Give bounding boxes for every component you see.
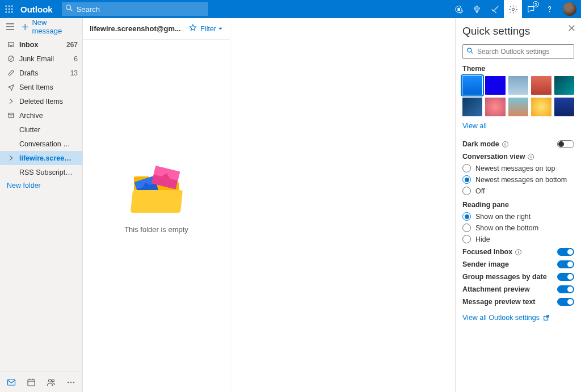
- empty-state-text: This folder is empty: [124, 225, 188, 234]
- people-module-button[interactable]: [44, 374, 59, 390]
- draft-icon: [7, 69, 15, 77]
- theme-swatch[interactable]: [554, 76, 574, 95]
- dark-mode-toggle[interactable]: [557, 140, 574, 148]
- setting-toggle[interactable]: [557, 248, 574, 256]
- svg-text:S: S: [457, 7, 460, 12]
- folder-item[interactable]: Junk Email6: [0, 52, 82, 66]
- header-bar: Outlook S 5: [0, 0, 581, 18]
- toggle-label: Sender image: [462, 260, 509, 268]
- setting-toggle[interactable]: [557, 273, 574, 281]
- folder-item[interactable]: Drafts13: [0, 66, 82, 80]
- chevron-down-icon: [218, 26, 223, 31]
- info-icon[interactable]: i: [515, 249, 521, 255]
- folder-item[interactable]: Deleted Items: [0, 94, 82, 108]
- folder-item[interactable]: lifewire.screensho...: [0, 151, 82, 165]
- reading-pane-label: Reading pane: [462, 201, 574, 209]
- calendar-module-button[interactable]: [23, 374, 39, 390]
- todo-button[interactable]: [486, 0, 504, 18]
- theme-swatch[interactable]: [485, 76, 505, 95]
- folder-label: Conversation Hist...: [19, 140, 73, 148]
- folder-label: Inbox: [19, 41, 62, 49]
- theme-swatch[interactable]: [554, 98, 574, 116]
- reading-pane-option[interactable]: Show on the right: [462, 212, 574, 221]
- svg-line-20: [9, 57, 13, 61]
- close-panel-button[interactable]: [568, 24, 575, 34]
- radio-label: Hide: [475, 235, 490, 243]
- junk-icon: [7, 55, 15, 62]
- popout-icon: [543, 314, 550, 321]
- account-avatar[interactable]: [563, 2, 576, 16]
- theme-swatch[interactable]: [531, 98, 551, 116]
- folder-title: lifewire.screenshot@gm...: [90, 24, 186, 33]
- premium-button[interactable]: [468, 0, 486, 18]
- svg-point-30: [70, 381, 71, 382]
- folder-item[interactable]: New folder: [0, 182, 45, 196]
- sent-icon: [7, 83, 15, 91]
- empty-state: This folder is empty: [83, 40, 230, 392]
- svg-point-34: [468, 48, 471, 52]
- conversation-view-label: Conversation view: [462, 153, 525, 161]
- svg-point-1: [9, 6, 10, 7]
- radio-icon: [462, 235, 471, 243]
- quick-settings-panel: Quick settings Theme View all Dark modei…: [455, 18, 581, 392]
- hamburger-button[interactable]: [6, 22, 15, 31]
- message-list-header: lifewire.screenshot@gm... Filter: [83, 18, 230, 40]
- theme-swatch[interactable]: [508, 98, 528, 116]
- setting-toggle[interactable]: [557, 298, 574, 306]
- toggle-label: Message preview text: [462, 298, 536, 306]
- svg-point-7: [9, 11, 10, 12]
- search-bar: [62, 2, 208, 16]
- view-all-settings-link[interactable]: View all Outlook settings: [462, 314, 540, 322]
- folder-item[interactable]: RSS Subscriptions: [0, 165, 82, 179]
- folder-item[interactable]: Archive: [0, 108, 82, 123]
- svg-point-0: [6, 6, 7, 7]
- setting-toggle[interactable]: [557, 285, 574, 293]
- folder-item[interactable]: Sent Items: [0, 80, 82, 94]
- setting-toggle[interactable]: [557, 260, 574, 268]
- theme-swatch[interactable]: [462, 98, 482, 116]
- conversation-view-option[interactable]: Newest messages on bottom: [462, 175, 574, 184]
- more-modules-button[interactable]: [64, 374, 79, 390]
- conversation-view-option[interactable]: Off: [462, 187, 574, 195]
- radio-label: Newest messages on bottom: [475, 176, 567, 184]
- brand-label: Outlook: [18, 5, 60, 14]
- folder-item[interactable]: Clutter: [0, 123, 82, 137]
- theme-swatch[interactable]: [531, 76, 551, 95]
- folder-label: RSS Subscriptions: [19, 168, 73, 176]
- info-icon[interactable]: i: [502, 141, 508, 147]
- reading-pane-option[interactable]: Show on the bottom: [462, 224, 574, 232]
- svg-point-5: [11, 9, 12, 10]
- view-all-themes-link[interactable]: View all: [462, 122, 487, 130]
- folder-label: Sent Items: [19, 83, 73, 91]
- theme-swatch[interactable]: [485, 98, 505, 116]
- settings-button[interactable]: [504, 0, 522, 18]
- folder-count: 6: [74, 55, 78, 63]
- filter-dropdown[interactable]: Filter: [200, 25, 223, 33]
- folder-item[interactable]: Inbox267: [0, 37, 82, 52]
- reading-pane-option[interactable]: Hide: [462, 235, 574, 243]
- chevron-icon: [7, 154, 15, 162]
- settings-search-input[interactable]: [477, 48, 570, 56]
- inbox-icon: [7, 41, 15, 48]
- search-input[interactable]: [77, 5, 205, 14]
- theme-swatch[interactable]: [508, 76, 528, 95]
- favorite-toggle[interactable]: [189, 24, 197, 34]
- folder-item[interactable]: Conversation Hist...: [0, 137, 82, 151]
- notifications-button[interactable]: 5: [522, 0, 540, 18]
- conversation-view-option[interactable]: Newest messages on top: [462, 164, 574, 172]
- help-button[interactable]: [540, 0, 558, 18]
- skype-button[interactable]: S: [449, 0, 468, 18]
- radio-icon: [462, 187, 471, 195]
- svg-point-27: [49, 379, 52, 382]
- info-icon[interactable]: i: [528, 154, 534, 160]
- app-launcher-button[interactable]: [0, 0, 18, 18]
- chevron-icon: [7, 98, 15, 105]
- toggle-label: Attachment preview: [462, 285, 530, 293]
- theme-swatch[interactable]: [462, 76, 482, 95]
- mail-module-button[interactable]: [3, 374, 19, 390]
- radio-label: Show on the right: [475, 213, 531, 221]
- new-message-button[interactable]: New message: [22, 18, 77, 35]
- search-icon: [65, 4, 73, 14]
- panel-title: Quick settings: [462, 25, 574, 37]
- svg-rect-21: [8, 113, 14, 114]
